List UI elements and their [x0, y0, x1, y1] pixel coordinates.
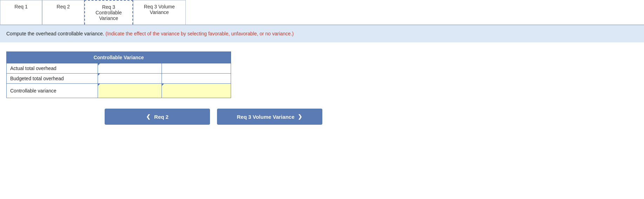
tab-req3-volume[interactable]: Req 3 VolumeVariance — [133, 0, 186, 25]
row-actual-input-cell[interactable] — [98, 63, 162, 74]
instruction-area: Compute the overhead controllable varian… — [0, 25, 644, 42]
row-variance-input[interactable] — [98, 86, 162, 96]
tab-req3-controllable[interactable]: Req 3ControllableVariance — [84, 0, 133, 25]
row-variance-input-cell[interactable] — [98, 84, 162, 98]
table-header-label: Controllable Variance — [7, 52, 231, 63]
row-budgeted-empty-cell — [162, 74, 231, 84]
prev-label: Req 2 — [154, 114, 169, 120]
variance-table: Controllable Variance Actual total overh… — [6, 52, 231, 98]
table-row: Actual total overhead — [7, 63, 231, 74]
row-budgeted-input-cell[interactable] — [98, 74, 162, 84]
tab-req2-label: Req 2 — [57, 4, 70, 9]
row-actual-empty-cell — [162, 63, 231, 74]
instruction-main-text: Compute the overhead controllable varian… — [6, 31, 104, 36]
table-row: Controllable variance — [7, 84, 231, 98]
tab-req3-controllable-label: Req 3ControllableVariance — [96, 4, 122, 21]
prev-button[interactable]: ❮ Req 2 — [105, 109, 210, 125]
tab-req1-label: Req 1 — [14, 4, 27, 9]
prev-icon: ❮ — [146, 114, 151, 120]
row-budgeted-label: Budgeted total overhead — [7, 74, 98, 84]
next-icon: ❯ — [298, 114, 302, 120]
table-header-row: Controllable Variance — [7, 52, 231, 63]
nav-buttons: ❮ Req 2 Req 3 Volume Variance ❯ — [6, 109, 638, 125]
row-actual-label: Actual total overhead — [7, 63, 98, 74]
row-variance-label: Controllable variance — [7, 84, 98, 98]
tab-req3-volume-label: Req 3 VolumeVariance — [144, 4, 175, 15]
instruction-sub-text: (Indicate the effect of the variance by … — [106, 31, 294, 36]
main-content: Controllable Variance Actual total overh… — [0, 48, 644, 132]
next-button[interactable]: Req 3 Volume Variance ❯ — [217, 109, 322, 125]
table-row: Budgeted total overhead — [7, 74, 231, 84]
tabs-container: Req 1 Req 2 Req 3ControllableVariance Re… — [0, 0, 644, 25]
tab-req1[interactable]: Req 1 — [0, 0, 42, 25]
next-label: Req 3 Volume Variance — [237, 114, 295, 120]
row-actual-input[interactable] — [98, 63, 162, 73]
row-budgeted-input[interactable] — [98, 74, 162, 83]
row-variance-dropdown[interactable] — [165, 86, 227, 96]
tab-req2[interactable]: Req 2 — [42, 0, 84, 25]
row-variance-dropdown-cell[interactable] — [162, 84, 231, 98]
